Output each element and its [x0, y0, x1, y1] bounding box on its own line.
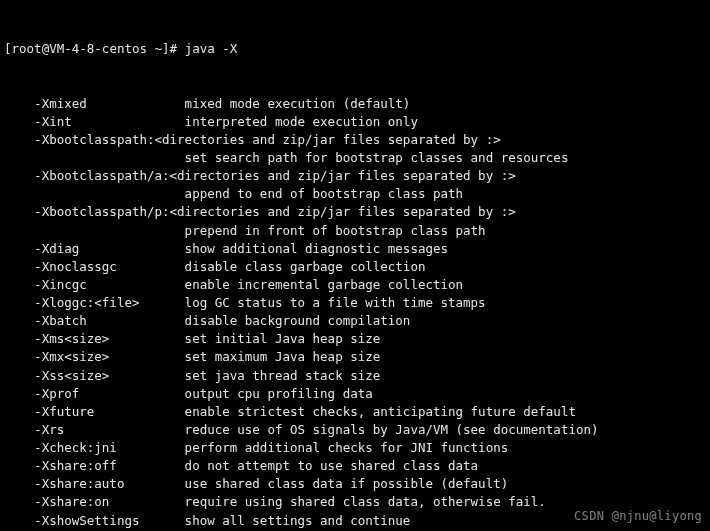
- prompt-user: [: [4, 41, 12, 56]
- prompt-user-name: root: [12, 41, 42, 56]
- option-row: -Xms<size> set initial Java heap size-Xm…: [4, 330, 706, 348]
- option-row: -Xdiag show additional diagnostic messag…: [4, 240, 706, 258]
- option-row: -Xmx<size> set maximum Java heap size-Xm…: [4, 348, 706, 366]
- option-row: -Xshare:auto use shared class data if po…: [4, 475, 706, 493]
- prompt-command: java -X: [185, 41, 238, 56]
- prompt-gap: [177, 41, 185, 56]
- terminal[interactable]: [root@VM-4-8-centos ~]# java -X -Xmixed …: [0, 0, 710, 531]
- option-row: append to end of bootstrap class pathapp…: [4, 185, 706, 203]
- option-row: -Xfuture enable strictest checks, antici…: [4, 403, 706, 421]
- prompt-space: [147, 41, 155, 56]
- option-row: -Xrs reduce use of OS signals by Java/VM…: [4, 421, 706, 439]
- options-block: -Xmixed mixed mode execution (default)-X…: [4, 95, 706, 531]
- option-row: set search path for bootstrap classes an…: [4, 149, 706, 167]
- watermark: CSDN @njnu@liyong: [574, 508, 702, 525]
- option-row: -Xss<size> set java thread stack size-Xs…: [4, 367, 706, 385]
- option-row: -Xint interpreted mode execution only-Xi…: [4, 113, 706, 131]
- option-row: -Xloggc:<file> log GC status to a file w…: [4, 294, 706, 312]
- option-row: prepend in front of bootstrap class path…: [4, 222, 706, 240]
- prompt-cwd: ~: [155, 41, 163, 56]
- option-row: -Xbootclasspath/a:<directories and zip/j…: [4, 167, 706, 185]
- option-row: -Xshare:off do not attempt to use shared…: [4, 457, 706, 475]
- prompt-close: ]: [162, 41, 170, 56]
- option-row: -Xnoclassgc disable class garbage collec…: [4, 258, 706, 276]
- option-row: -Xmixed mixed mode execution (default)-X…: [4, 95, 706, 113]
- option-row: -Xincgc enable incremental garbage colle…: [4, 276, 706, 294]
- option-row: -Xbatch disable background compilation-X…: [4, 312, 706, 330]
- prompt-line: [root@VM-4-8-centos ~]# java -X: [4, 40, 706, 58]
- option-row: -Xbootclasspath:<directories and zip/jar…: [4, 131, 706, 149]
- option-row: -Xbootclasspath/p:<directories and zip/j…: [4, 203, 706, 221]
- prompt-host: VM-4-8-centos: [49, 41, 147, 56]
- option-row: -Xcheck:jni perform additional checks fo…: [4, 439, 706, 457]
- option-row: -Xprof output cpu profiling data-Xprofou…: [4, 385, 706, 403]
- prompt-symbol: #: [170, 41, 178, 56]
